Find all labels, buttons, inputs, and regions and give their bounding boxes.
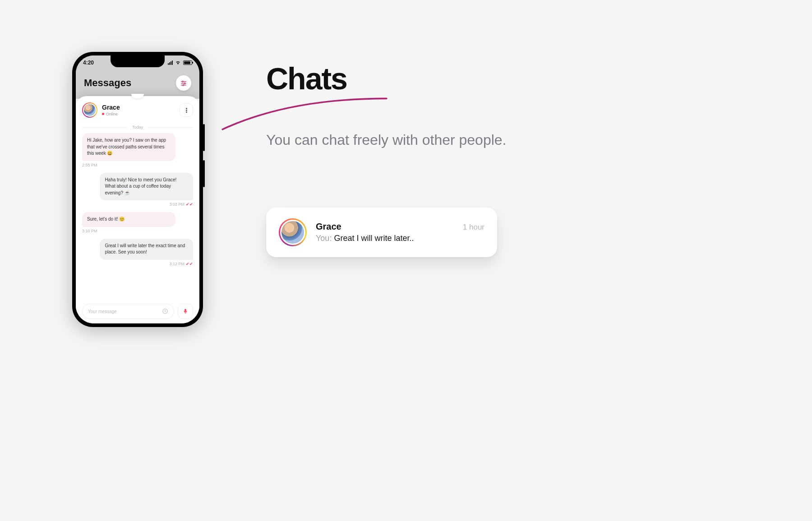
more-button[interactable]: [180, 103, 193, 117]
chat-thread[interactable]: Hi Jake, how are you? I saw on the app t…: [82, 133, 193, 301]
avatar: [83, 103, 97, 117]
message-timestamp: 2:55 PM: [82, 162, 193, 168]
chat-preview-name: Grace: [316, 221, 341, 232]
sliders-icon: [180, 79, 187, 87]
chat-user[interactable]: Grace Online: [82, 102, 120, 118]
phone-notch: [111, 55, 165, 67]
message-input-placeholder: Your message: [88, 309, 117, 314]
microphone-icon: [182, 308, 189, 314]
messages-header: Messages: [76, 70, 199, 96]
signal-icon: [168, 60, 173, 65]
chat-bubble-incoming: Hi Jake, how are you? I saw on the app t…: [82, 133, 175, 161]
message-timestamp: 3:02 PM✔✔: [82, 202, 193, 207]
chat-header: Grace Online: [82, 102, 193, 118]
chat-user-status-text: Online: [106, 112, 118, 116]
phone-frame: 4:20 Messages: [72, 52, 203, 327]
chat-bubble-outgoing: Great I will write later the exact time …: [100, 239, 193, 260]
chat-user-status: Online: [102, 112, 120, 116]
chat-preview-text: Great I will write later..: [334, 234, 414, 243]
read-ticks-icon: ✔✔: [186, 262, 193, 266]
chat-preview-you-prefix: You:: [316, 234, 334, 243]
marketing-copy: Chats You can chat freely with other peo…: [266, 61, 582, 152]
timer-icon: [162, 308, 168, 314]
avatar-ring: [279, 218, 307, 246]
chat-bubble-outgoing: Haha truly! Nice to meet you Grace! What…: [100, 173, 193, 201]
message-composer: Your message: [82, 304, 193, 319]
phone-screen: 4:20 Messages: [76, 55, 199, 323]
filter-button[interactable]: [176, 75, 191, 91]
day-separator-label: Today: [132, 125, 143, 129]
chat-preview-card[interactable]: Grace 1 hour You: Great I will write lat…: [266, 207, 497, 257]
mic-button[interactable]: [178, 304, 193, 319]
messages-title: Messages: [84, 77, 131, 89]
message-timestamp: 3:12 PM✔✔: [82, 261, 193, 267]
battery-icon: [183, 60, 192, 65]
day-separator: Today: [82, 125, 193, 129]
status-time: 4:20: [83, 60, 94, 66]
description: You can chat freely with other people.: [266, 129, 582, 152]
phone-side-button: [203, 160, 205, 187]
status-indicators: [168, 60, 192, 65]
more-vertical-icon: [186, 107, 187, 113]
chat-user-name: Grace: [102, 104, 120, 111]
phone-side-button: [203, 124, 205, 151]
chat-bubble-incoming: Sure, let's do it! 😊: [82, 212, 175, 227]
chat-sheet: Grace Online Today: [76, 96, 199, 323]
headline: Chats: [266, 61, 582, 96]
message-input[interactable]: Your message: [82, 304, 174, 319]
avatar-ring: [82, 102, 97, 118]
read-ticks-icon: ✔✔: [186, 202, 193, 207]
chat-preview-time: 1 hour: [463, 223, 484, 232]
online-dot-icon: [102, 113, 104, 115]
wifi-icon: [175, 60, 181, 65]
message-timestamp: 3:10 PM: [82, 228, 193, 234]
svg-point-3: [184, 83, 185, 84]
svg-point-1: [182, 81, 184, 82]
sheet-grabber[interactable]: [131, 94, 144, 98]
stage: 4:20 Messages: [0, 0, 812, 521]
avatar: [280, 220, 305, 245]
svg-point-5: [183, 84, 184, 86]
chat-preview-body: Grace 1 hour You: Great I will write lat…: [316, 221, 484, 243]
chat-preview-message: You: Great I will write later..: [316, 234, 484, 243]
